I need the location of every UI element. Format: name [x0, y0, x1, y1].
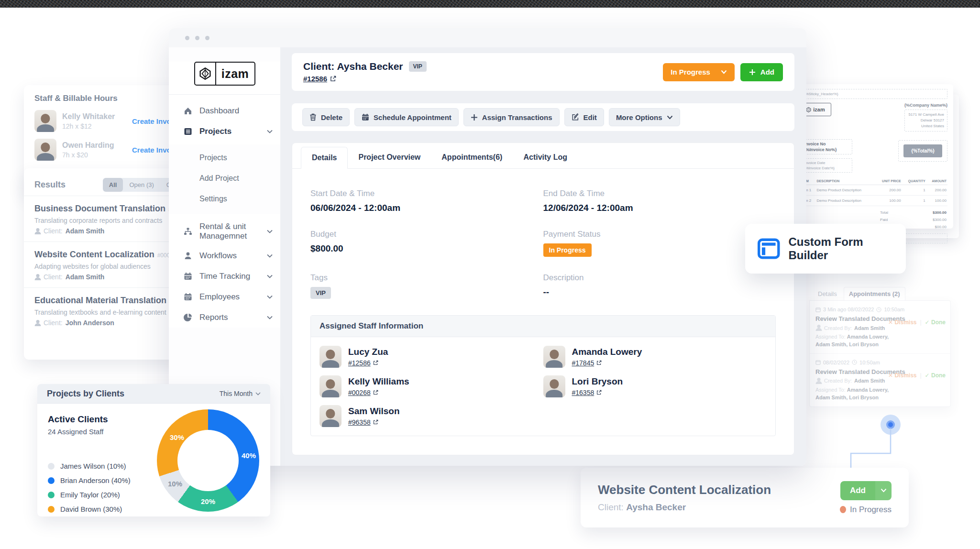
- person-icon: [815, 325, 822, 331]
- add-label: Add: [840, 481, 875, 500]
- chart-title: Projects by Clients: [47, 389, 124, 399]
- dismiss-button[interactable]: ✕ Dismiss: [888, 319, 916, 326]
- sidebar-item-label: Time Tracking: [199, 272, 267, 281]
- invoice-sticky-header: {%Sticky_Header%}: [800, 89, 947, 99]
- sidebar-item-projects[interactable]: Projects: [169, 121, 280, 142]
- sidebar-item-rental[interactable]: Rental & unit Managemnet: [169, 218, 280, 245]
- plus-icon: [471, 114, 478, 121]
- assigned-staff-section: Assigned Staff Information Lucy Zua #125…: [310, 315, 776, 436]
- projects-by-clients-card: Projects by Clients This Month Active Cl…: [37, 384, 270, 516]
- sidebar-item-time-tracking[interactable]: Time Tracking: [169, 266, 280, 286]
- dismiss-button[interactable]: ✕ Dismiss: [888, 372, 916, 379]
- sidebar-item-workflows[interactable]: Workflows: [169, 245, 280, 266]
- page-title: Client: Aysha Becker: [303, 61, 403, 72]
- address-line: Delwar 53127: [908, 118, 944, 123]
- field-value: --: [543, 287, 776, 297]
- dismiss-label: Dismiss: [894, 319, 916, 326]
- tab-activity-log[interactable]: Activity Log: [513, 147, 578, 168]
- field-value: 06/06/2024 - 12:00am: [310, 203, 543, 213]
- tab-project-overview[interactable]: Project Overview: [348, 147, 431, 168]
- edit-label: Edit: [584, 113, 597, 121]
- client-label: Client:: [44, 319, 63, 327]
- window-control-dot[interactable]: [205, 36, 209, 40]
- invoice-template-card: {%Sticky_Header%} izam (%Company Name%) …: [794, 84, 953, 229]
- sidebar-subitem-projects[interactable]: Projects: [169, 147, 280, 168]
- pie-chart-icon: [183, 313, 193, 322]
- invoice-date-box: Invoice Date {%Invoice Date%}: [800, 158, 852, 173]
- staff-entry: Amanda Lowery #17845: [543, 346, 767, 368]
- person-icon: [34, 274, 41, 280]
- field-label: Payment Status: [543, 230, 776, 239]
- sidebar-item-label: Workflows: [199, 251, 267, 261]
- staff-name: Owen Harding: [62, 141, 120, 150]
- client-name: Adam Smith: [66, 227, 105, 235]
- appointment-date: 3 Min ago 08/02/2022: [823, 307, 874, 312]
- invoice-logo-text: izam: [813, 107, 825, 112]
- window-control-dot[interactable]: [185, 36, 189, 40]
- staff-id-link[interactable]: #96358: [348, 418, 378, 426]
- chart-legend: James Wilson (10%) Brian Anderson (40%) …: [48, 462, 131, 516]
- created-by-name: Adam Smith: [854, 325, 885, 331]
- window-control-dot[interactable]: [195, 36, 199, 40]
- client-header-card: Client: Aysha Becker VIP #12586 In Progr…: [292, 53, 794, 91]
- field-value: $800.00: [310, 243, 543, 254]
- sidebar-subitem-settings[interactable]: Settings: [169, 188, 280, 209]
- staff-entry: Kelly Williams #00268: [319, 375, 543, 397]
- cell-desc: Demo Product Description: [816, 185, 875, 196]
- client-id-link[interactable]: #12586: [303, 75, 336, 83]
- done-button[interactable]: ✓ Done: [925, 319, 946, 326]
- filter-tab-all[interactable]: All: [103, 178, 123, 192]
- chevron-down-icon: [267, 254, 273, 258]
- external-link-icon: [596, 360, 602, 365]
- tab-details[interactable]: Details: [301, 147, 348, 169]
- home-icon: [183, 106, 193, 116]
- add-split-button[interactable]: Add: [840, 481, 892, 500]
- mini-tab-appointments[interactable]: Appointments (2): [844, 287, 905, 300]
- more-options-button[interactable]: More Options: [609, 108, 680, 126]
- slice-label: 40%: [242, 451, 256, 460]
- staff-id-link[interactable]: #17845: [572, 359, 602, 367]
- done-button[interactable]: ✓ Done: [925, 372, 946, 379]
- izam-logo: izam: [194, 62, 255, 86]
- top-noise-strip: [0, 0, 980, 8]
- sidebar-item-label: Rental & unit Managemnet: [199, 222, 267, 241]
- client-name: Adam Smith: [66, 273, 105, 281]
- sidebar-item-dashboard[interactable]: Dashboard: [169, 100, 280, 121]
- staff-id-link[interactable]: #00268: [348, 389, 378, 396]
- staff-id-link[interactable]: #16358: [572, 389, 602, 396]
- status-dropdown-button[interactable]: In Progress: [663, 63, 735, 81]
- delete-button[interactable]: Delete: [302, 108, 350, 126]
- staff-id-link[interactable]: #12586: [348, 359, 378, 367]
- invoice-no-placeholder: {%Invoice No%}: [804, 147, 848, 152]
- assigned-to-label: Assigned To:: [815, 387, 846, 393]
- custom-form-builder-card[interactable]: Custom Form Builder: [745, 224, 906, 274]
- staff-id: #00268: [348, 389, 371, 396]
- clock-icon: [852, 360, 857, 365]
- add-button[interactable]: Add: [740, 63, 783, 81]
- window-titlebar: [169, 28, 806, 48]
- staff-name: Lucy Zua: [348, 347, 388, 357]
- legend-dot: [48, 463, 55, 470]
- sidebar-item-employees[interactable]: Employees: [169, 286, 280, 307]
- field-description: Description --: [543, 273, 776, 299]
- period-dropdown[interactable]: This Month: [220, 390, 261, 397]
- appointments-mini-card: Details Appointments (2) 3 Min ago 08/02…: [809, 287, 951, 398]
- tab-appointments[interactable]: Appointments(6): [431, 147, 513, 168]
- sidebar-item-reports[interactable]: Reports: [169, 307, 280, 328]
- schedule-appointment-button[interactable]: Schedule Appointment: [354, 108, 459, 126]
- paid-value: $300.00: [933, 218, 947, 222]
- chevron-down-icon: [721, 70, 727, 74]
- sidebar-subitem-add-project[interactable]: Add Project: [169, 168, 280, 188]
- staff-id: #16358: [572, 389, 595, 396]
- mini-tab-details[interactable]: Details: [813, 287, 842, 300]
- field-end-date: End Date & Time 12/06/2024 - 12:00am: [543, 189, 776, 213]
- filter-tab-open[interactable]: Open (3): [123, 178, 160, 192]
- edit-button[interactable]: Edit: [564, 108, 604, 126]
- plus-icon: [749, 69, 756, 76]
- org-chart-icon: [183, 227, 193, 236]
- status-label: In Progress: [671, 68, 710, 76]
- legend-label: David Brown (30%): [60, 505, 122, 513]
- assign-transactions-button[interactable]: Assign Transactions: [463, 108, 560, 126]
- result-title: Business Document Translation: [34, 204, 165, 213]
- period-label: This Month: [220, 390, 253, 397]
